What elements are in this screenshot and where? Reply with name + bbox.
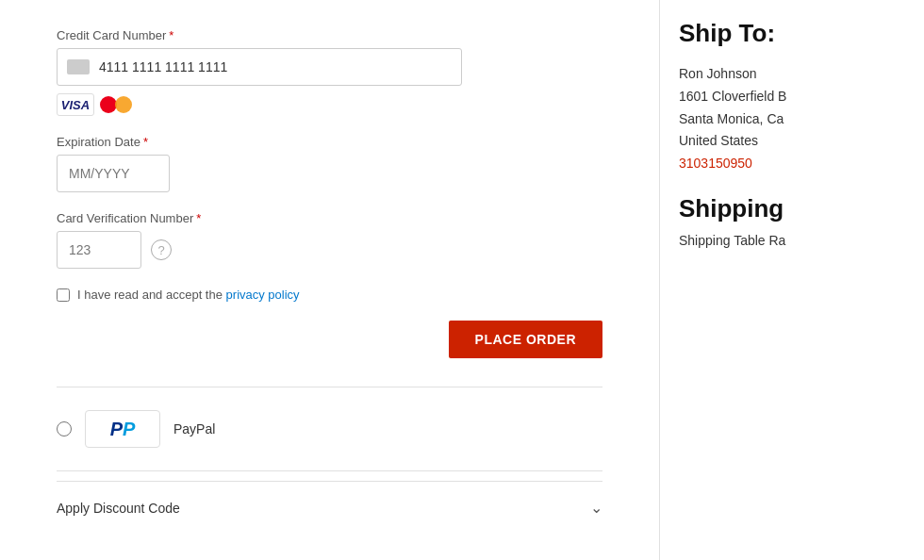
sidebar: Ship To: Ron Johnson 1601 Cloverfield B … (660, 0, 924, 560)
ship-address2: Santa Monica, Ca (679, 108, 905, 131)
privacy-policy-link[interactable]: privacy policy (226, 288, 300, 302)
expiry-label: Expiration Date* (57, 135, 602, 149)
discount-title: Apply Discount Code (57, 501, 180, 516)
card-number-group: Credit Card Number* VISA (57, 28, 602, 116)
expiry-group: Expiration Date* (57, 135, 602, 192)
ship-address: Ron Johnson 1601 Cloverfield B Santa Mon… (679, 63, 905, 175)
shipping-title: Shipping (679, 194, 905, 223)
policy-row: I have read and accept the privacy polic… (57, 288, 602, 302)
paypal-radio[interactable] (57, 421, 72, 436)
ship-phone: 3103150950 (679, 153, 905, 175)
policy-checkbox[interactable] (57, 288, 70, 302)
mastercard-logo (100, 93, 132, 116)
card-number-input-wrapper[interactable] (57, 48, 462, 86)
discount-section[interactable]: Apply Discount Code ⌄ (57, 481, 602, 534)
cvv-label: Card Verification Number* (57, 211, 602, 225)
chevron-down-icon: ⌄ (590, 499, 602, 517)
cvv-input[interactable] (57, 231, 141, 269)
page-container: Credit Card Number* VISA Expiration Date… (0, 0, 924, 560)
mc-circle-right (115, 96, 132, 113)
cvv-help-icon[interactable]: ? (151, 239, 172, 260)
expiry-input[interactable] (57, 155, 170, 192)
ship-address1: 1601 Cloverfield B (679, 86, 905, 108)
ship-name: Ron Johnson (679, 63, 905, 86)
paypal-logo: PP (85, 410, 160, 448)
shipping-desc: Shipping Table Ra (679, 233, 905, 248)
card-brand-logos: VISA (57, 93, 602, 116)
main-content: Credit Card Number* VISA Expiration Date… (0, 0, 660, 560)
visa-logo: VISA (57, 93, 94, 116)
cvv-group: Card Verification Number* ? (57, 211, 602, 269)
cvv-row: ? (57, 231, 602, 269)
ship-country: United States (679, 130, 905, 153)
card-number-label: Credit Card Number* (57, 28, 602, 42)
card-chip-icon (67, 59, 90, 74)
paypal-row: PP PayPal (57, 397, 602, 461)
paypal-label: PayPal (173, 421, 215, 436)
place-order-button[interactable]: PLACE ORDER (449, 321, 602, 358)
ship-to-title: Ship To: (679, 19, 905, 48)
place-order-row: PLACE ORDER (57, 321, 602, 358)
divider-2 (57, 470, 602, 471)
divider-1 (57, 387, 602, 387)
card-number-input[interactable] (99, 59, 452, 74)
policy-text: I have read and accept the privacy polic… (77, 288, 300, 302)
